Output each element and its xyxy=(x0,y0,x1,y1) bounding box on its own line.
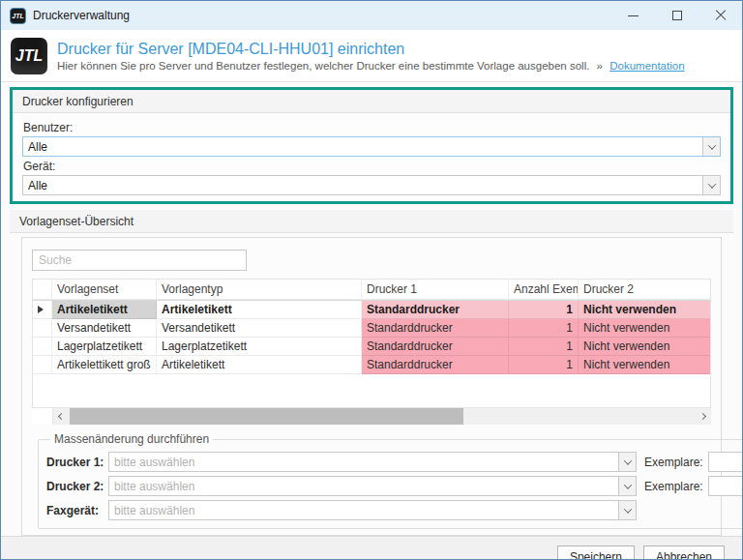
row-indicator-cell xyxy=(33,319,52,338)
maximize-button[interactable] xyxy=(655,1,698,30)
table-row[interactable]: Versandetikett Versandetikett Standarddr… xyxy=(33,319,710,338)
cell-drucker2[interactable]: Nicht verwenden xyxy=(579,356,711,374)
vorlagenset-panel: Vorlagenset Vorlagentyp Drucker 1 Anzahl… xyxy=(21,237,722,536)
cell-drucker1[interactable]: Standarddrucker xyxy=(362,338,509,356)
vorlagenset-table: Vorlagenset Vorlagentyp Drucker 1 Anzahl… xyxy=(32,279,711,408)
bulk-select[interactable]: bitte auswählen xyxy=(108,500,637,520)
minimize-icon xyxy=(628,15,639,16)
cell-drucker2[interactable]: Nicht verwenden xyxy=(579,319,711,338)
dialog-footer: Speichern Abbrechen xyxy=(1,536,742,560)
speichern-button[interactable]: Speichern xyxy=(557,545,635,560)
cell-drucker1[interactable]: Standarddrucker xyxy=(362,356,509,374)
scrollbar-thumb[interactable] xyxy=(70,408,463,425)
scroll-left-button[interactable] xyxy=(53,408,70,425)
exemplare-label: Exemplare: xyxy=(644,456,703,469)
exemplare-value: 1 xyxy=(709,456,743,469)
exemplare-stepper[interactable]: 1 xyxy=(708,452,743,472)
cell-drucker2[interactable]: Nicht verwenden xyxy=(579,338,711,356)
minimize-button[interactable] xyxy=(611,1,655,30)
cell-drucker1[interactable]: Standarddrucker xyxy=(362,301,509,319)
bulk-row: Faxgerät: bitte auswählen xyxy=(46,500,743,520)
search-input[interactable] xyxy=(32,250,247,271)
exemplare-value: 1 xyxy=(709,480,743,493)
cell-anzahl-exemplare[interactable]: 1 xyxy=(509,338,579,356)
bulk-dropdown-button[interactable] xyxy=(618,501,636,519)
close-button[interactable] xyxy=(698,1,742,30)
exemplare-stepper[interactable]: 1 xyxy=(708,476,743,496)
cell-vorlagentyp[interactable]: Artikeletikett xyxy=(157,356,362,374)
vorlagenset-uebersicht-header: Vorlagenset-Übersicht xyxy=(10,210,733,233)
bulk-rows: Drucker 1: bitte auswählen Exemplare: 1 … xyxy=(46,452,743,520)
benutzer-select[interactable]: Alle xyxy=(22,136,721,157)
benutzer-label: Benutzer: xyxy=(23,121,721,134)
chevron-right-icon xyxy=(699,413,706,420)
column-header-vorlagenset[interactable]: Vorlagenset xyxy=(52,280,157,300)
chevron-down-icon xyxy=(623,505,631,513)
abbrechen-button[interactable]: Abbrechen xyxy=(643,545,725,560)
bulk-row: Drucker 1: bitte auswählen Exemplare: 1 xyxy=(46,452,743,472)
cell-vorlagentyp[interactable]: Lagerplatzetikett xyxy=(157,338,362,356)
table-header-row: Vorlagenset Vorlagentyp Drucker 1 Anzahl… xyxy=(33,280,710,301)
column-header-drucker2[interactable]: Drucker 2 xyxy=(579,280,711,300)
chevron-down-icon xyxy=(707,180,715,188)
maximize-icon xyxy=(672,11,682,20)
header-indicator-cell xyxy=(33,280,52,300)
druckerverwaltung-window: JTL Druckerverwaltung JTL Drucker für Se… xyxy=(0,0,743,560)
benutzer-dropdown-button[interactable] xyxy=(702,137,720,156)
bulk-select-placeholder: bitte auswählen xyxy=(109,480,618,493)
benutzer-value: Alle xyxy=(23,140,702,154)
column-header-vorlagentyp[interactable]: Vorlagentyp xyxy=(157,280,362,300)
scroll-right-button[interactable] xyxy=(695,408,711,425)
chevron-down-icon xyxy=(623,457,631,464)
exemplare-label: Exemplare: xyxy=(644,480,703,493)
selected-row-arrow-icon xyxy=(38,306,44,313)
app-icon: JTL xyxy=(10,8,26,24)
subtitle-text: Hier können Sie pro Server und Benutzer … xyxy=(57,60,589,72)
bulk-dropdown-button[interactable] xyxy=(618,453,636,471)
geraet-value: Alle xyxy=(23,179,702,192)
cell-vorlagenset[interactable]: Lagerplatzetikett xyxy=(52,338,157,356)
cell-vorlagenset[interactable]: Artikeletikett xyxy=(52,301,157,319)
page-title: Drucker für Server [MDE04-CLI-HHU01] ein… xyxy=(57,41,685,58)
bulk-row: Drucker 2: bitte auswählen Exemplare: 1 xyxy=(46,476,743,496)
row-indicator-cell xyxy=(33,301,52,319)
dialog-header: JTL Drucker für Server [MDE04-CLI-HHU01]… xyxy=(1,30,742,82)
cell-anzahl-exemplare[interactable]: 1 xyxy=(509,356,579,374)
cell-drucker2[interactable]: Nicht verwenden xyxy=(579,301,711,319)
cell-anzahl-exemplare[interactable]: 1 xyxy=(509,319,579,338)
chevron-left-icon xyxy=(58,413,65,420)
subtitle-separator: » xyxy=(597,60,603,72)
geraet-dropdown-button[interactable] xyxy=(702,176,720,194)
dialog-content: Drucker konfigurieren Benutzer: Alle Ger… xyxy=(1,82,742,536)
bulk-field-label: Drucker 2: xyxy=(46,480,108,493)
table-row[interactable]: Artikeletikett Artikeletikett Standarddr… xyxy=(33,301,710,319)
bulk-select[interactable]: bitte auswählen xyxy=(108,476,637,496)
bulk-dropdown-button[interactable] xyxy=(618,477,636,495)
scrollbar-track[interactable] xyxy=(70,408,695,425)
dokumentation-link[interactable]: Dokumentation xyxy=(609,60,684,72)
bulk-field-label: Faxgerät: xyxy=(46,504,108,517)
table-row[interactable]: Artikelettikett groß Artikeletikett Stan… xyxy=(33,356,710,374)
titlebar: JTL Druckerverwaltung xyxy=(1,1,742,30)
column-header-anzahl-exemplare[interactable]: Anzahl Exem... xyxy=(509,280,579,300)
cell-vorlagenset[interactable]: Artikelettikett groß xyxy=(52,356,157,374)
horizontal-scrollbar[interactable] xyxy=(32,408,711,425)
row-indicator-cell xyxy=(33,356,52,374)
geraet-label: Gerät: xyxy=(23,160,721,173)
cell-anzahl-exemplare[interactable]: 1 xyxy=(509,301,579,319)
row-indicator-cell xyxy=(33,338,52,356)
cell-drucker1[interactable]: Standarddrucker xyxy=(362,319,509,338)
column-header-drucker1[interactable]: Drucker 1 xyxy=(362,280,509,300)
cell-vorlagentyp[interactable]: Artikeletikett xyxy=(157,301,362,319)
table-body: Artikeletikett Artikeletikett Standarddr… xyxy=(33,301,710,374)
exemplare-group: Exemplare: 1 xyxy=(644,452,743,472)
table-row[interactable]: Lagerplatzetikett Lagerplatzetikett Stan… xyxy=(33,338,710,356)
geraet-select[interactable]: Alle xyxy=(22,175,721,195)
page-subtitle: Hier können Sie pro Server und Benutzer … xyxy=(57,60,685,72)
scrollbar-corner xyxy=(32,408,53,425)
cell-vorlagentyp[interactable]: Versandetikett xyxy=(157,319,362,338)
bulk-select[interactable]: bitte auswählen xyxy=(108,452,637,472)
bulk-select-placeholder: bitte auswählen xyxy=(109,504,618,517)
cell-vorlagenset[interactable]: Versandetikett xyxy=(52,319,157,338)
chevron-down-icon xyxy=(623,481,631,488)
